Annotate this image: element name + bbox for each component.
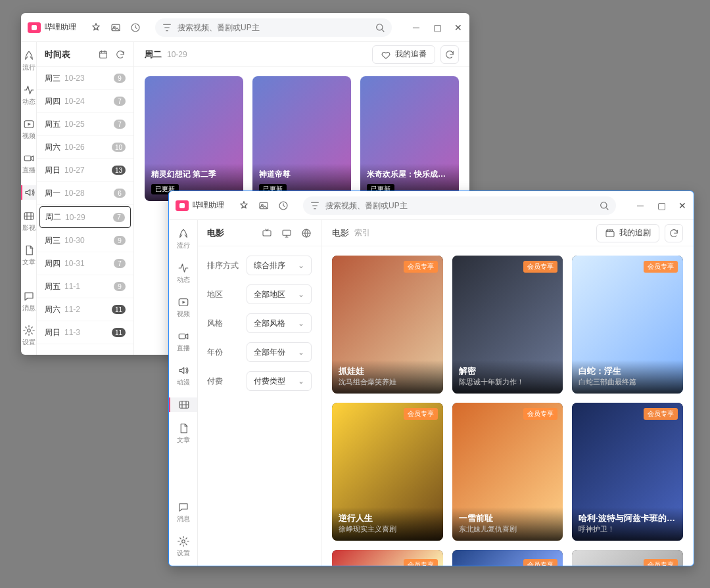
- titlebar-icons: [239, 200, 289, 211]
- nav-item-影视[interactable]: 影视: [21, 209, 36, 234]
- chevron-down-icon: ⌄: [298, 376, 304, 386]
- filter-select[interactable]: 全部年份⌄: [247, 342, 312, 362]
- schedule-row[interactable]: 周六10-2610: [37, 136, 133, 159]
- my-follow-button[interactable]: 我的追番: [372, 45, 435, 64]
- minimize-button[interactable]: ─: [636, 200, 645, 211]
- pin-icon[interactable]: [239, 200, 249, 211]
- nav-label: 直播: [22, 166, 36, 175]
- filter-value: 全部风格: [254, 318, 285, 329]
- movie-title: 抓娃娃: [339, 365, 437, 377]
- vip-tag: 会员专享: [644, 408, 678, 420]
- card-title: 精灵幻想记 第二季: [151, 169, 237, 180]
- filter-select[interactable]: 综合排序⌄: [247, 256, 312, 275]
- schedule-row[interactable]: 周日11-311: [37, 321, 133, 344]
- movie-card[interactable]: 会员专享一雪前耻东北妹儿复仇喜剧: [452, 403, 563, 541]
- app-name: 哔哩助理: [45, 22, 76, 33]
- schedule-row[interactable]: 周三10-309: [37, 229, 133, 252]
- minimize-button[interactable]: ─: [412, 22, 421, 33]
- schedule-row[interactable]: 周四10-247: [37, 90, 133, 113]
- movie-card[interactable]: 会员专享: [452, 550, 563, 566]
- refresh-button[interactable]: [665, 224, 683, 242]
- clapper-icon: [605, 228, 615, 238]
- movie-subtitle: 沈马组合爆笑养娃: [339, 377, 437, 387]
- schedule-row[interactable]: 周三10-239: [37, 67, 133, 90]
- movie-card[interactable]: 会员专享哈利·波特与阿兹卡班的囚徒呼神护卫！: [572, 403, 683, 541]
- schedule-row[interactable]: 周六11-211: [37, 298, 133, 321]
- picture-icon[interactable]: [110, 22, 121, 33]
- search-input[interactable]: [325, 201, 594, 210]
- nav-item-视频[interactable]: 视频: [21, 117, 36, 142]
- filter-icon: [310, 200, 320, 211]
- nav-item-film[interactable]: [169, 397, 197, 412]
- count-badge: 9: [114, 282, 126, 291]
- search-input[interactable]: [178, 23, 369, 32]
- camera-icon: [23, 152, 35, 164]
- maximize-button[interactable]: ▢: [657, 200, 666, 211]
- nav-item-动态[interactable]: 动态: [169, 261, 197, 286]
- refresh-button[interactable]: [440, 45, 459, 64]
- schedule-row[interactable]: 周四10-317: [37, 252, 133, 275]
- schedule-panel: 时间表 周三10-239周四10-247周五10-257周六10-2610周日1…: [37, 42, 134, 355]
- search-box[interactable]: [155, 18, 392, 37]
- nav-item-文章[interactable]: 文章: [169, 421, 197, 446]
- anime-card[interactable]: 米奇欢乐屋：快乐成长记…已更新: [360, 76, 459, 201]
- search-box[interactable]: [303, 196, 616, 215]
- nav-item-直播[interactable]: 直播: [21, 151, 36, 176]
- svg-rect-5: [24, 156, 31, 161]
- message-icon: [178, 501, 189, 513]
- movie-card[interactable]: 会员专享白蛇：浮生白蛇三部曲最终篇: [572, 256, 683, 394]
- nav-item-流行[interactable]: 流行: [169, 227, 197, 252]
- globe-icon[interactable]: [301, 228, 312, 238]
- weekday: 周六: [45, 304, 60, 315]
- nav-item-直播[interactable]: 直播: [169, 329, 197, 354]
- nav-item-设置[interactable]: 设置: [21, 323, 36, 348]
- tv-icon[interactable]: [262, 228, 272, 238]
- movie-card[interactable]: 会员专享: [572, 550, 683, 566]
- schedule-row[interactable]: 周二10-297: [39, 206, 131, 228]
- count-badge: 7: [113, 213, 125, 222]
- filter-select[interactable]: 付费类型⌄: [247, 371, 312, 391]
- history-icon[interactable]: [130, 22, 141, 33]
- history-icon[interactable]: [278, 200, 289, 211]
- nav-item-动态[interactable]: 动态: [21, 83, 36, 108]
- nav-item-文章[interactable]: 文章: [21, 243, 36, 268]
- schedule-row[interactable]: 周一10-286: [37, 182, 133, 205]
- monitor-icon[interactable]: [281, 228, 292, 238]
- nav-item-动漫[interactable]: 动漫: [169, 363, 197, 388]
- my-follow-drama-button[interactable]: 我的追剧: [596, 224, 659, 242]
- schedule-row[interactable]: 周五10-257: [37, 113, 133, 136]
- movie-card[interactable]: 会员专享抓娃娃沈马组合爆笑养娃: [332, 256, 443, 394]
- filter-select[interactable]: 全部地区⌄: [247, 284, 312, 304]
- schedule-row[interactable]: 周日10-2713: [37, 159, 133, 182]
- search-icon: [375, 22, 385, 33]
- filter-select[interactable]: 全部风格⌄: [247, 313, 312, 333]
- nav-item-视频[interactable]: 视频: [169, 295, 197, 320]
- movie-title: 白蛇：浮生: [579, 365, 676, 377]
- close-button[interactable]: ✕: [454, 22, 463, 33]
- nav-item-sound[interactable]: [21, 185, 36, 200]
- nav-item-流行[interactable]: 流行: [21, 49, 36, 74]
- date: 10-31: [64, 259, 85, 268]
- filter-row: 排序方式综合排序⌄: [198, 246, 321, 275]
- movie-subtitle: 呼神护卫！: [579, 524, 676, 534]
- movie-card[interactable]: 会员专享机器人之…: [332, 550, 443, 566]
- nav-item-消息[interactable]: 消息: [169, 500, 197, 525]
- picture-icon[interactable]: [258, 200, 269, 211]
- filter-row: 年份全部年份⌄: [198, 333, 321, 362]
- calendar-icon[interactable]: [98, 49, 108, 60]
- anime-card[interactable]: 精灵幻想记 第二季已更新: [145, 76, 243, 201]
- maximize-button[interactable]: ▢: [433, 22, 442, 33]
- main-header: 电影 索引 我的追剧: [321, 220, 694, 246]
- side-rail: 流行动态视频直播动漫文章消息设置: [169, 220, 198, 566]
- close-button[interactable]: ✕: [678, 200, 687, 211]
- movie-card[interactable]: 会员专享逆行人生徐峥现实主义喜剧: [332, 403, 443, 541]
- nav-item-设置[interactable]: 设置: [169, 534, 197, 559]
- anime-card[interactable]: 神道帝尊已更新: [252, 76, 351, 201]
- card-overlay: 白蛇：浮生白蛇三部曲最终篇: [572, 360, 683, 394]
- nav-label: 视频: [22, 131, 36, 141]
- refresh-icon[interactable]: [115, 49, 126, 60]
- nav-item-消息[interactable]: 消息: [21, 289, 36, 314]
- pin-icon[interactable]: [91, 22, 101, 33]
- movie-card[interactable]: 会员专享解密陈思诚十年新力作！: [452, 256, 563, 394]
- schedule-row[interactable]: 周五11-19: [37, 275, 133, 298]
